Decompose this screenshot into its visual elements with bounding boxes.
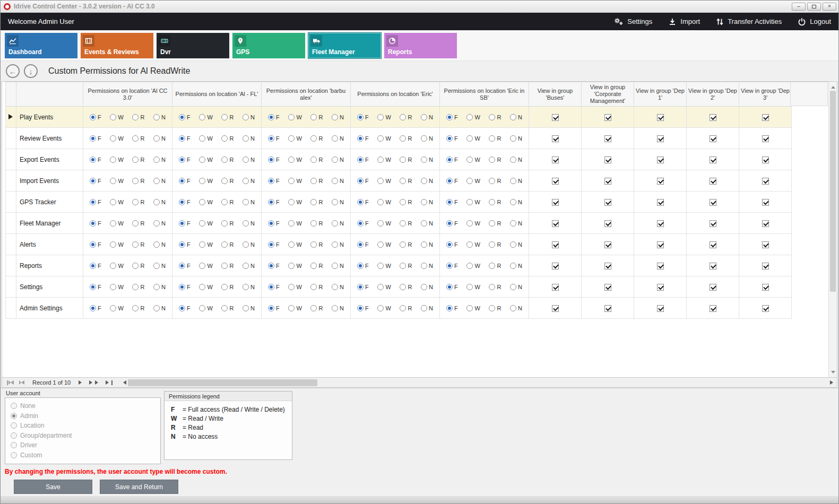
permission-radio-N[interactable]: N xyxy=(332,199,344,205)
permission-radio-W[interactable]: W xyxy=(377,135,391,142)
group-checkbox[interactable] xyxy=(762,135,769,142)
permission-radio-F[interactable]: F xyxy=(357,157,369,163)
permission-radio-F[interactable]: F xyxy=(268,135,280,142)
horizontal-scrollbar[interactable] xyxy=(119,379,837,387)
group-checkbox[interactable] xyxy=(762,305,769,312)
group-checkbox[interactable] xyxy=(710,220,716,227)
permission-radio-F[interactable]: F xyxy=(90,241,101,248)
permission-radio-W[interactable]: W xyxy=(466,114,480,120)
tab-reports[interactable]: Reports xyxy=(384,33,457,58)
permission-radio-W[interactable]: W xyxy=(466,178,480,184)
next-record-button[interactable] xyxy=(76,378,87,387)
permission-radio-N[interactable]: N xyxy=(332,241,344,248)
permission-radio-R[interactable]: R xyxy=(310,157,323,163)
permission-radio-R[interactable]: R xyxy=(400,114,412,120)
permission-radio-W[interactable]: W xyxy=(466,220,480,227)
group-checkbox[interactable] xyxy=(657,114,664,121)
permission-radio-F[interactable]: F xyxy=(268,157,280,163)
group-checkbox[interactable] xyxy=(762,199,769,206)
permission-radio-N[interactable]: N xyxy=(510,220,522,227)
permission-radio-F[interactable]: F xyxy=(446,157,458,163)
tab-gps[interactable]: GPS xyxy=(232,33,305,58)
permission-radio-N[interactable]: N xyxy=(421,135,433,142)
permission-radio-R[interactable]: R xyxy=(489,305,501,311)
permission-radio-F[interactable]: F xyxy=(90,220,101,227)
permission-radio-R[interactable]: R xyxy=(310,305,323,311)
group-checkbox[interactable] xyxy=(552,220,559,227)
table-row[interactable]: SettingsFWRNFWRNFWRNFWRNFWRN xyxy=(6,276,792,298)
permission-radio-W[interactable]: W xyxy=(110,157,123,163)
permission-radio-W[interactable]: W xyxy=(466,135,480,142)
permission-radio-F[interactable]: F xyxy=(357,199,369,205)
table-row[interactable]: Import EventsFWRNFWRNFWRNFWRNFWRN xyxy=(6,170,792,192)
group-checkbox[interactable] xyxy=(604,305,611,312)
permission-radio-W[interactable]: W xyxy=(110,199,123,205)
permission-radio-W[interactable]: W xyxy=(466,241,480,248)
scroll-down-icon[interactable] xyxy=(829,369,837,377)
permission-radio-W[interactable]: W xyxy=(377,220,391,227)
table-row[interactable]: Export EventsFWRNFWRNFWRNFWRNFWRN xyxy=(6,149,792,170)
permission-radio-R[interactable]: R xyxy=(221,263,233,269)
group-checkbox[interactable] xyxy=(657,157,664,163)
permission-radio-N[interactable]: N xyxy=(510,178,522,184)
permission-radio-F[interactable]: F xyxy=(357,178,369,184)
permission-radio-N[interactable]: N xyxy=(421,284,433,290)
permission-radio-N[interactable]: N xyxy=(153,305,166,311)
permission-radio-N[interactable]: N xyxy=(153,178,166,184)
permission-radio-N[interactable]: N xyxy=(243,241,255,248)
group-checkbox[interactable] xyxy=(710,157,716,163)
permission-radio-R[interactable]: R xyxy=(489,178,501,184)
permission-radio-F[interactable]: F xyxy=(357,241,369,248)
permission-radio-N[interactable]: N xyxy=(332,220,344,227)
group-checkbox[interactable] xyxy=(604,114,611,121)
group-checkbox[interactable] xyxy=(552,284,559,291)
permission-radio-F[interactable]: F xyxy=(446,199,458,205)
group-checkbox[interactable] xyxy=(710,199,716,206)
permission-radio-W[interactable]: W xyxy=(199,220,212,227)
scroll-up-icon[interactable] xyxy=(829,82,837,90)
permission-radio-R[interactable]: R xyxy=(489,114,501,120)
permission-radio-N[interactable]: N xyxy=(243,199,255,205)
permission-radio-R[interactable]: R xyxy=(400,241,412,248)
group-checkbox[interactable] xyxy=(552,114,559,121)
group-checkbox[interactable] xyxy=(710,178,716,185)
permission-radio-N[interactable]: N xyxy=(243,114,255,120)
table-row[interactable]: Fleet ManagerFWRNFWRNFWRNFWRNFWRN xyxy=(6,213,792,234)
permission-radio-R[interactable]: R xyxy=(400,305,412,311)
permission-radio-R[interactable]: R xyxy=(489,157,501,163)
permission-radio-N[interactable]: N xyxy=(153,135,166,142)
permission-radio-F[interactable]: F xyxy=(357,305,369,311)
permission-radio-R[interactable]: R xyxy=(400,220,412,227)
permission-radio-F[interactable]: F xyxy=(446,220,458,227)
permission-radio-R[interactable]: R xyxy=(310,114,323,120)
permission-radio-N[interactable]: N xyxy=(153,114,166,120)
permission-radio-N[interactable]: N xyxy=(510,135,522,142)
permission-radio-N[interactable]: N xyxy=(421,199,433,205)
tab-fleet-manager[interactable]: Fleet Manager xyxy=(308,33,381,58)
group-checkbox[interactable] xyxy=(657,199,664,206)
permission-radio-F[interactable]: F xyxy=(268,241,280,248)
group-checkbox[interactable] xyxy=(604,199,611,206)
permission-radio-F[interactable]: F xyxy=(446,135,458,142)
group-checkbox[interactable] xyxy=(762,220,769,227)
permission-radio-W[interactable]: W xyxy=(288,241,301,248)
permission-radio-F[interactable]: F xyxy=(90,305,101,311)
permission-radio-R[interactable]: R xyxy=(310,178,323,184)
permission-radio-R[interactable]: R xyxy=(489,263,501,269)
permission-radio-N[interactable]: N xyxy=(243,284,255,290)
group-checkbox[interactable] xyxy=(657,305,664,312)
permission-radio-R[interactable]: R xyxy=(132,263,144,269)
scroll-left-icon[interactable] xyxy=(119,379,128,387)
prev-record-button[interactable] xyxy=(16,378,27,387)
table-row[interactable]: Review EventsFWRNFWRNFWRNFWRNFWRN xyxy=(6,128,792,149)
permission-radio-W[interactable]: W xyxy=(199,114,212,120)
logout-button[interactable]: Logout xyxy=(798,18,831,26)
group-checkbox[interactable] xyxy=(604,241,611,248)
permission-radio-N[interactable]: N xyxy=(153,241,166,248)
permission-radio-N[interactable]: N xyxy=(153,284,166,290)
group-checkbox[interactable] xyxy=(762,114,769,121)
next-page-button[interactable] xyxy=(87,378,103,387)
group-checkbox[interactable] xyxy=(657,178,664,185)
permission-radio-F[interactable]: F xyxy=(90,114,101,120)
permission-radio-W[interactable]: W xyxy=(110,305,123,311)
